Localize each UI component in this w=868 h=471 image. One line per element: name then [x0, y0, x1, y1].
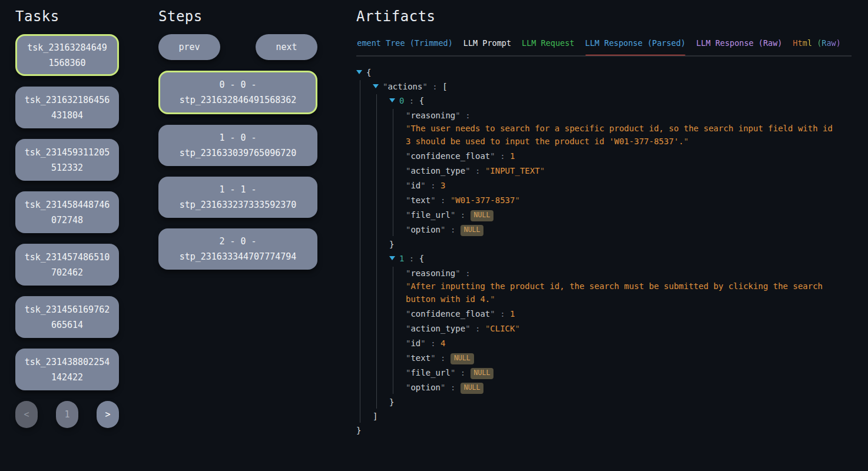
null-badge: NULL	[471, 210, 494, 221]
app-root: Tasks tsk_231632846491568360tsk_23163218…	[0, 0, 868, 471]
null-badge: NULL	[471, 368, 494, 379]
steps-title: Steps	[158, 8, 317, 25]
json-property-row: "reasoning" :	[406, 267, 842, 280]
tab-llm-prompt[interactable]: LLM Prompt	[463, 38, 511, 55]
json-property-row: "option" : NULL	[406, 223, 842, 236]
json-node: "actions" : [0 : {"reasoning" : "The use…	[373, 80, 842, 423]
step-button[interactable]: 2 - 0 - stp_231633344707774794	[158, 228, 317, 270]
tab-html-raw[interactable]: Html (Raw)	[793, 38, 841, 55]
json-key: text	[410, 195, 430, 205]
json-property-row: "file_url" : NULL	[406, 366, 842, 379]
json-property-row: "action_type" : "INPUT_TEXT"	[406, 164, 842, 177]
json-tree-row: ]	[373, 410, 842, 423]
json-value-number: 1	[510, 309, 515, 319]
json-key: option	[410, 383, 440, 392]
collapse-icon[interactable]	[373, 84, 379, 88]
json-tree-row: {	[356, 66, 842, 79]
json-children: "reasoning" : "The user needs to search …	[393, 109, 842, 236]
json-key: action_type	[410, 324, 465, 333]
json-children: "actions" : [0 : {"reasoning" : "The use…	[360, 80, 842, 423]
collapse-icon[interactable]	[356, 70, 362, 74]
json-property-row: "action_type" : "CLICK"	[406, 322, 842, 335]
step-list: 0 - 0 - stp_2316328464915683621 - 0 - st…	[158, 71, 317, 270]
json-key: confidence_float	[410, 309, 490, 319]
prev-step-button[interactable]: prev	[158, 34, 220, 60]
json-children: 0 : {"reasoning" : "The user needs to se…	[376, 94, 842, 409]
json-value-number: 3	[440, 181, 445, 190]
json-key: text	[410, 353, 430, 363]
collapse-icon[interactable]	[389, 256, 395, 260]
json-node: {"actions" : [0 : {"reasoning" : "The us…	[356, 66, 842, 437]
json-property: "reasoning" : "The user needs to search …	[406, 109, 842, 148]
json-tree-row: 1 : {	[389, 252, 842, 265]
json-key: id	[410, 181, 420, 190]
json-key: actions	[387, 82, 422, 91]
tasks-panel: Tasks tsk_231632846491568360tsk_23163218…	[15, 0, 119, 471]
json-tree-row: 0 : {	[389, 94, 842, 107]
json-key: option	[410, 225, 440, 234]
json-value-string: CLICK	[490, 324, 515, 333]
json-key: file_url	[410, 368, 450, 377]
tab-llm-response-parsed[interactable]: LLM Response (Parsed)	[585, 38, 686, 55]
next-page-button[interactable]: >	[97, 401, 119, 428]
task-button[interactable]: tsk_231459311205512332	[15, 139, 119, 181]
json-value-number: 4	[440, 339, 445, 348]
next-step-button[interactable]: next	[256, 34, 317, 60]
artifact-tabs: Element Tree (Trimmed)LLM PromptLLM Requ…	[356, 38, 852, 57]
json-node: 0 : {"reasoning" : "The user needs to se…	[389, 94, 842, 251]
tasks-title: Tasks	[15, 8, 119, 25]
json-tree-row: }	[356, 424, 842, 437]
tab-llm-response-raw[interactable]: LLM Response (Raw)	[696, 38, 782, 55]
step-button[interactable]: 1 - 1 - stp_231633237333592370	[158, 177, 317, 218]
json-tree-row: }	[389, 396, 842, 409]
json-property-row: "reasoning" :	[406, 109, 842, 122]
json-key: action_type	[410, 166, 465, 175]
task-list: tsk_231632846491568360tsk_23163218645643…	[15, 34, 119, 390]
artifacts-panel: Artifacts Element Tree (Trimmed)LLM Prom…	[356, 0, 852, 471]
task-button[interactable]: tsk_231632846491568360	[15, 34, 119, 76]
json-property-row: "text" : "W01-377-8537"	[406, 194, 842, 207]
json-property-row: "id" : 3	[406, 179, 842, 192]
json-property-row: "id" : 4	[406, 337, 842, 350]
json-tree-row: }	[389, 238, 842, 251]
collapse-icon[interactable]	[389, 98, 395, 102]
step-nav: prev next	[158, 34, 317, 60]
json-property: "reasoning" : "After inputting the produ…	[406, 267, 842, 306]
json-property-row: "confidence_float" : 1	[406, 307, 842, 320]
artifacts-title: Artifacts	[356, 8, 852, 25]
json-value-string: "The user needs to search for a specific…	[406, 122, 842, 148]
task-button[interactable]: tsk_231438802254142422	[15, 349, 119, 390]
task-button[interactable]: tsk_231632186456431804	[15, 87, 119, 128]
json-value-string: "After inputting the product id, the sea…	[406, 280, 842, 306]
task-button[interactable]: tsk_231456169762665614	[15, 296, 119, 338]
json-children: "reasoning" : "After inputting the produ…	[393, 267, 842, 394]
json-key: id	[410, 339, 420, 348]
json-value-number: 1	[510, 151, 515, 161]
json-key: reasoning	[410, 268, 455, 278]
json-property-row: "text" : NULL	[406, 351, 842, 364]
json-key: file_url	[410, 210, 450, 220]
null-badge: NULL	[460, 225, 484, 236]
tab-llm-request[interactable]: LLM Request	[522, 38, 574, 55]
json-property-row: "confidence_float" : 1	[406, 150, 842, 162]
json-property-row: "file_url" : NULL	[406, 208, 842, 221]
json-tree-row: "actions" : [	[373, 80, 842, 93]
json-property-row: "option" : NULL	[406, 381, 842, 394]
page-number-button[interactable]: 1	[56, 401, 78, 428]
json-tree-viewer: {"actions" : [0 : {"reasoning" : "The us…	[356, 66, 852, 437]
tasks-pagination: < 1 >	[15, 401, 119, 428]
json-value-string: INPUT_TEXT	[490, 166, 539, 175]
tab-element-tree-trimmed[interactable]: Element Tree (Trimmed)	[356, 38, 453, 55]
json-node: 1 : {"reasoning" : "After inputting the …	[389, 252, 842, 409]
steps-panel: Steps prev next 0 - 0 - stp_231632846491…	[158, 0, 317, 471]
null-badge: NULL	[460, 383, 484, 394]
task-button[interactable]: tsk_231458448746072748	[15, 191, 119, 233]
null-badge: NULL	[450, 353, 474, 364]
json-key: confidence_float	[410, 151, 490, 161]
json-key: reasoning	[410, 111, 455, 120]
json-value-string: W01-377-8537	[455, 195, 515, 205]
step-button[interactable]: 0 - 0 - stp_231632846491568362	[158, 71, 317, 114]
task-button[interactable]: tsk_231457486510702462	[15, 244, 119, 286]
step-button[interactable]: 1 - 0 - stp_231633039765096720	[158, 125, 317, 166]
prev-page-button[interactable]: <	[15, 401, 38, 428]
